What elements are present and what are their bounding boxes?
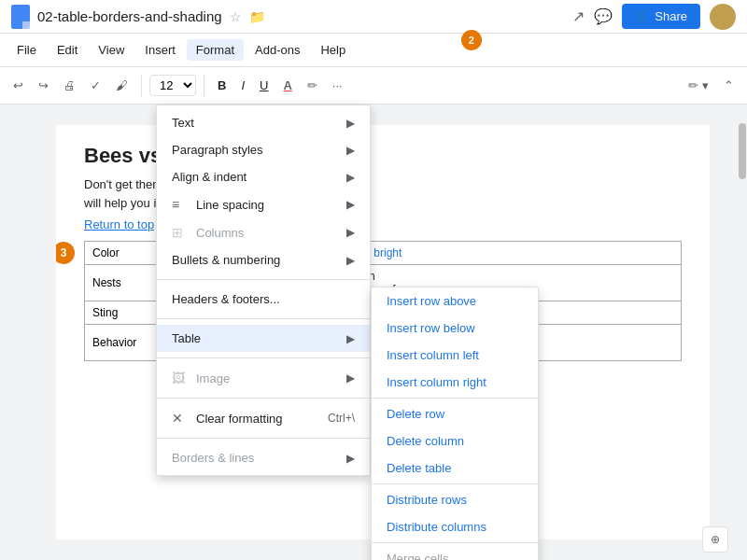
submenu-insert-row-above[interactable]: Insert row above [372,287,538,315]
format-dropdown: Text ▶ Paragraph styles ▶ Align & indent… [156,105,371,476]
delete-table-label: Delete table [387,461,451,475]
menu-view[interactable]: View [89,39,134,61]
linespacing-icon: ≡ [172,197,189,212]
arrow-icon: ▶ [346,171,355,184]
menu-item-image: 🖼 Image ▶ [157,364,370,392]
submenu-insert-col-left[interactable]: Insert column left [372,342,538,369]
menu-item-columns: ⊞ Columns ▶ [157,218,370,246]
arrow-icon: ▶ [346,371,355,385]
menu-item-bullets[interactable]: Bullets & numbering ▶ [157,246,370,273]
arrow-icon: ▶ [346,198,355,211]
submenu-insert-row-below[interactable]: Insert row below [372,315,538,342]
cell-color-label: Color [92,246,120,259]
columns-icon: ⊞ [172,225,189,240]
merge-cells-label: Merge cells [387,552,448,560]
borders-label: Borders & lines [172,451,254,465]
paragraph-styles-label: Paragraph styles [172,143,263,157]
fontcolor-button[interactable]: A [277,75,297,96]
text-label: Text [172,116,194,130]
badge-2: 2 [461,30,482,50]
menu-format[interactable]: Format 2 [187,39,244,61]
delete-column-label: Delete column [387,434,464,448]
print-button[interactable]: 🖨 [58,75,81,96]
menu-help[interactable]: Help [311,39,355,61]
expand-button[interactable]: ⌃ [718,75,740,96]
image-label: Image [196,371,230,385]
star-icon[interactable]: ☆ [230,9,242,24]
distribute-columns-label: Distribute columns [387,520,486,534]
expand-button[interactable]: ⊕ [702,526,728,553]
submenu-delete-column[interactable]: Delete column [372,427,538,455]
toolbar: ↩ ↪ 🖨 ✓ 🖌 12 B I U A ✏ ··· ✏ ▾ ⌃ [0,67,747,105]
spellcheck-button[interactable]: ✓ [85,75,106,96]
underline-button[interactable]: U [254,75,274,96]
arrow-icon: ▶ [346,226,355,239]
menu-item-align-indent[interactable]: Align & indent ▶ [157,163,370,190]
insert-row-below-label: Insert row below [387,321,475,335]
badge-3: 3 [56,242,75,264]
submenu-distribute-columns[interactable]: Distribute columns [372,513,538,540]
clear-formatting-label: Clear formatting [196,412,282,426]
table-label: Table [172,331,201,345]
menu-bar: File Edit View Insert Format 2 Add-ons H… [0,34,747,67]
paintformat-button[interactable]: 🖌 [110,75,134,96]
arrow-icon: ▶ [346,144,355,157]
image-icon: 🖼 [172,371,189,385]
scrollbar-thumb[interactable] [739,123,746,179]
menu-item-line-spacing[interactable]: ≡ Line spacing ▶ [157,190,370,218]
menu-item-borders-lines: Borders & lines ▶ [157,444,370,471]
share-icon: 👤 [635,10,649,23]
bullets-label: Bullets & numbering [172,253,280,267]
editing-mode-button[interactable]: ✏ ▾ [683,75,714,96]
scrollbar[interactable] [738,105,747,560]
submenu-distribute-rows[interactable]: Distribute rows [372,486,538,513]
menu-item-clear-formatting[interactable]: ✕ Clear formatting Ctrl+\ [157,404,370,432]
menu-addons[interactable]: Add-ons [246,39,309,61]
trending-icon: ↗ [572,7,585,25]
folder-icon[interactable]: 📁 [249,9,265,24]
share-button[interactable]: 👤 Share [622,4,700,29]
title-bar: 02-table-borders-and-shading ☆ 📁 ↗ 💬 👤 S… [0,0,747,34]
content-area: Bees vs. W Don't get themwill help you i… [0,105,747,560]
delete-row-label: Delete row [387,407,444,421]
headers-label: Headers & footers... [172,292,280,306]
doc-icon [11,5,30,29]
line-spacing-label: Line spacing [196,198,264,212]
doc-title: 02-table-borders-and-shading [37,8,222,24]
insert-row-above-label: Insert row above [387,294,476,308]
font-size-select[interactable]: 12 [149,75,196,96]
table-submenu: Insert row above Insert row below Insert… [371,287,539,560]
menu-item-text[interactable]: Text ▶ [157,109,370,136]
menu-item-paragraph-styles[interactable]: Paragraph styles ▶ [157,136,370,163]
avatar [710,4,736,30]
chat-icon: 💬 [594,7,613,25]
submenu-delete-row[interactable]: Delete row [372,400,538,427]
insert-column-right-label: Insert column right [387,375,486,389]
submenu-insert-col-right[interactable]: Insert column right [372,369,538,396]
menu-edit[interactable]: Edit [48,39,87,61]
italic-button[interactable]: I [235,75,250,96]
submenu-merge-cells: Merge cells [372,545,538,560]
arrow-icon: ▶ [346,332,355,345]
distribute-rows-label: Distribute rows [387,493,467,507]
align-indent-label: Align & indent [172,170,247,184]
menu-item-table[interactable]: Table ▶ [157,325,370,352]
arrow-icon: ▶ [346,117,355,130]
bottom-toolbar: ⊕ [702,526,728,553]
menu-item-headers[interactable]: Headers & footers... [157,286,370,313]
menu-file[interactable]: File [7,39,46,61]
bold-button[interactable]: B [212,75,232,96]
highlight-button[interactable]: ✏ [302,75,323,96]
arrow-icon: ▶ [346,254,355,267]
columns-label: Columns [196,226,244,240]
undo-button[interactable]: ↩ [7,75,29,96]
insert-column-left-label: Insert column left [387,348,479,362]
clear-icon: ✕ [172,411,189,426]
arrow-icon: ▶ [346,452,355,465]
menu-insert[interactable]: Insert [135,39,185,61]
submenu-delete-table[interactable]: Delete table [372,455,538,482]
shortcut-label: Ctrl+\ [328,412,355,425]
redo-button[interactable]: ↪ [33,75,54,96]
more-button[interactable]: ··· [327,75,348,96]
